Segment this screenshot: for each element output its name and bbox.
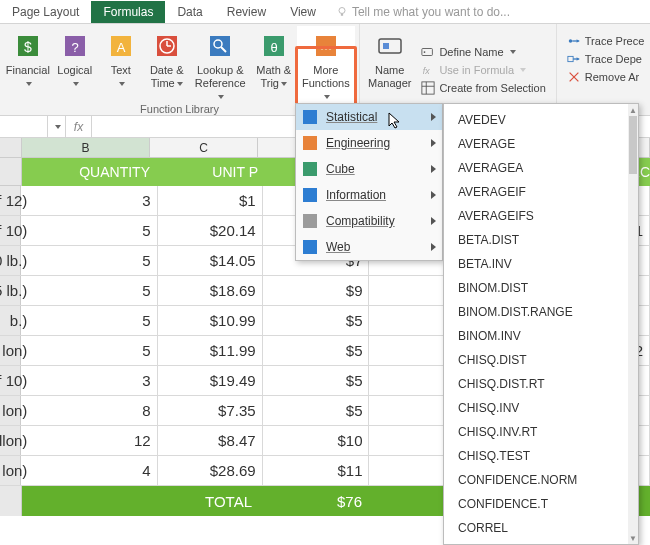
trace-dep-icon xyxy=(567,52,581,66)
svg-rect-32 xyxy=(568,56,573,61)
svg-text:fx: fx xyxy=(423,65,430,75)
function-correl[interactable]: CORREL xyxy=(444,516,638,540)
function-beta-inv[interactable]: BETA.INV xyxy=(444,252,638,276)
function-binom-inv[interactable]: BINOM.INV xyxy=(444,324,638,348)
function-averageif[interactable]: AVERAGEIF xyxy=(444,180,638,204)
svg-point-18 xyxy=(320,47,323,50)
scrollbar[interactable]: ▲ ▼ xyxy=(628,104,638,544)
scroll-thumb[interactable] xyxy=(629,116,637,174)
submenu-arrow-icon xyxy=(431,191,436,199)
submenu-arrow-icon xyxy=(431,165,436,173)
select-all-corner[interactable] xyxy=(0,138,22,157)
svg-text:θ: θ xyxy=(270,40,277,55)
use-in-formula-button[interactable]: fxUse in Formula xyxy=(417,61,549,79)
trace-precedents-button[interactable]: Trace Prece xyxy=(563,32,649,50)
date-time-button[interactable]: Date &Time xyxy=(144,26,190,103)
function-avedev[interactable]: AVEDEV xyxy=(444,108,638,132)
more-functions-button[interactable]: MoreFunctions xyxy=(297,26,355,103)
category-icon xyxy=(302,135,318,151)
lookup-button[interactable]: Lookup &Reference xyxy=(190,26,251,103)
name-box-dropdown[interactable] xyxy=(48,116,66,137)
svg-rect-39 xyxy=(303,162,317,176)
fx-icon: fx xyxy=(421,63,435,77)
scroll-up-button[interactable]: ▲ xyxy=(628,104,638,116)
svg-rect-42 xyxy=(303,240,317,254)
function-binom-dist-range[interactable]: BINOM.DIST.RANGE xyxy=(444,300,638,324)
tab-review[interactable]: Review xyxy=(215,1,278,23)
category-icon xyxy=(302,109,318,125)
svg-text:A: A xyxy=(116,40,125,55)
function-confidence-norm[interactable]: CONFIDENCE.NORM xyxy=(444,468,638,492)
col-header-b[interactable]: B xyxy=(22,138,150,157)
svg-point-20 xyxy=(328,47,331,50)
svg-marker-34 xyxy=(576,57,579,61)
svg-point-19 xyxy=(324,47,327,50)
function-chisq-dist[interactable]: CHISQ.DIST xyxy=(444,348,638,372)
svg-rect-41 xyxy=(303,214,317,228)
math-trig-button[interactable]: θMath &Trig xyxy=(251,26,297,103)
svg-rect-26 xyxy=(422,81,434,93)
submenu-arrow-icon xyxy=(431,113,436,121)
total-value: $76 xyxy=(258,486,368,516)
define-name-button[interactable]: Define Name xyxy=(417,43,549,61)
col-header-c[interactable]: C xyxy=(150,138,258,157)
submenu-cube[interactable]: Cube xyxy=(296,156,442,182)
svg-text:$: $ xyxy=(24,39,32,55)
submenu-information[interactable]: Information xyxy=(296,182,442,208)
svg-rect-23 xyxy=(422,48,433,55)
submenu-statistical[interactable]: Statistical xyxy=(296,104,442,130)
svg-rect-1 xyxy=(341,13,343,15)
function-chisq-inv-rt[interactable]: CHISQ.INV.RT xyxy=(444,420,638,444)
tab-formulas[interactable]: Formulas xyxy=(91,1,165,23)
svg-rect-21 xyxy=(379,39,401,53)
more-functions-menu: StatisticalEngineeringCubeInformationCom… xyxy=(295,103,443,261)
name-manager-button[interactable]: NameManager xyxy=(364,26,415,113)
function-beta-dist[interactable]: BETA.DIST xyxy=(444,228,638,252)
category-icon xyxy=(302,187,318,203)
svg-point-0 xyxy=(339,7,345,13)
tab-data[interactable]: Data xyxy=(165,1,214,23)
svg-rect-38 xyxy=(303,136,317,150)
svg-rect-22 xyxy=(383,43,389,49)
trace-prec-icon xyxy=(567,34,581,48)
function-chisq-inv[interactable]: CHISQ.INV xyxy=(444,396,638,420)
logical-button[interactable]: ?Logical xyxy=(52,26,98,103)
submenu-arrow-icon xyxy=(431,243,436,251)
remove-arrows-button[interactable]: Remove Ar xyxy=(563,68,649,86)
tag-icon xyxy=(421,45,435,59)
trace-dependents-button[interactable]: Trace Depe xyxy=(563,50,649,68)
name-box[interactable] xyxy=(0,116,48,137)
total-label: TOTAL xyxy=(150,486,258,516)
svg-point-24 xyxy=(424,51,426,53)
category-icon xyxy=(302,161,318,177)
submenu-engineering[interactable]: Engineering xyxy=(296,130,442,156)
function-averagea[interactable]: AVERAGEA xyxy=(444,156,638,180)
tab-page-layout[interactable]: Page Layout xyxy=(0,1,91,23)
svg-text:?: ? xyxy=(71,40,78,55)
remove-arrows-icon xyxy=(567,70,581,84)
svg-point-29 xyxy=(569,39,573,43)
submenu-web[interactable]: Web xyxy=(296,234,442,260)
financial-button[interactable]: $Financial xyxy=(4,26,52,103)
function-average[interactable]: AVERAGE xyxy=(444,132,638,156)
ribbon-tabs: Page Layout Formulas Data Review View Te… xyxy=(0,0,650,24)
svg-rect-37 xyxy=(303,110,317,124)
function-chisq-test[interactable]: CHISQ.TEST xyxy=(444,444,638,468)
svg-rect-17 xyxy=(316,36,336,56)
text-button[interactable]: AText xyxy=(98,26,144,103)
function-confidence-t[interactable]: CONFIDENCE.T xyxy=(444,492,638,516)
statistical-functions-menu: ▲ ▼ AVEDEVAVERAGEAVERAGEAAVERAGEIFAVERAG… xyxy=(443,103,639,545)
header-quantity: QUANTITY xyxy=(22,158,150,186)
function-binom-dist[interactable]: BINOM.DIST xyxy=(444,276,638,300)
function-averageifs[interactable]: AVERAGEIFS xyxy=(444,204,638,228)
fx-symbol[interactable]: fx xyxy=(66,116,92,137)
tab-view[interactable]: View xyxy=(278,1,328,23)
svg-rect-12 xyxy=(210,36,230,56)
lightbulb-icon xyxy=(336,6,348,18)
function-chisq-dist-rt[interactable]: CHISQ.DIST.RT xyxy=(444,372,638,396)
tell-me-search[interactable]: Tell me what you want to do... xyxy=(336,5,510,19)
submenu-compatibility[interactable]: Compatibility xyxy=(296,208,442,234)
scroll-down-button[interactable]: ▼ xyxy=(628,532,638,544)
create-from-selection-button[interactable]: Create from Selection xyxy=(417,79,549,97)
tell-me-label: Tell me what you want to do... xyxy=(352,5,510,19)
